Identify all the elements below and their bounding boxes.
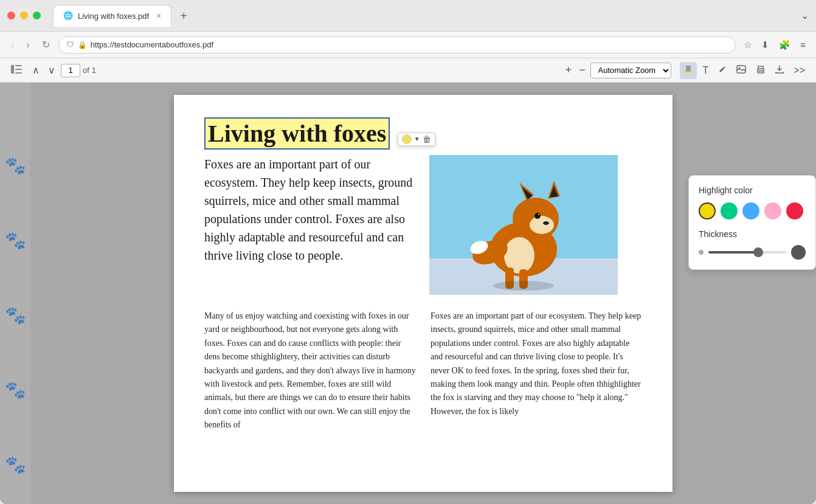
pen-icon — [718, 65, 727, 74]
nav-bar: ‹ › ↻ 🛡 🔒 https://testdocumentaboutfoxes… — [0, 32, 816, 58]
svg-rect-10 — [758, 71, 763, 72]
svg-point-29 — [493, 281, 554, 291]
paw-icon-4: 🐾 — [5, 380, 26, 400]
url-text: https://testdocumentaboutfoxes.pdf — [91, 40, 213, 49]
forward-button[interactable]: › — [22, 37, 33, 53]
page-down-button[interactable]: ∨ — [45, 63, 58, 77]
print-button[interactable] — [752, 63, 769, 78]
more-tools-button[interactable]: >> — [790, 63, 809, 78]
window-controls — [7, 12, 41, 19]
title-bar: 🌐 Living with foxes.pdf × + ⌄ — [0, 0, 816, 32]
zoom-in-button[interactable]: + — [563, 64, 575, 77]
color-red-swatch[interactable] — [786, 202, 803, 219]
active-tab[interactable]: 🌐 Living with foxes.pdf × — [53, 5, 171, 27]
toolbar-right-tools: T — [680, 62, 809, 79]
fox-image — [429, 155, 618, 295]
pdf-viewport[interactable]: Living with foxes ▼ 🗑 Foxes are an impor… — [30, 83, 816, 504]
highlight-panel: Highlight color Thickness — [688, 175, 816, 270]
image-icon — [736, 65, 746, 74]
text-tool-button[interactable]: T — [699, 63, 713, 78]
pdf-toolbar: ∧ ∨ of 1 + − Automatic Zoom 50% 75% 100%… — [0, 58, 816, 83]
sidebar-toggle-icon — [11, 65, 22, 74]
save-icon — [775, 65, 784, 74]
content-area: 🐾 🐾 🐾 🐾 🐾 Living with foxes ▼ 🗑 — [0, 83, 816, 504]
lock-icon: 🔒 — [78, 41, 87, 49]
zoom-select[interactable]: Automatic Zoom 50% 75% 100% 125% 150% — [590, 63, 671, 78]
pocket-button[interactable]: ⬇ — [758, 37, 772, 53]
menu-button[interactable]: ≡ — [797, 37, 809, 52]
svg-rect-1 — [15, 65, 22, 66]
page-of-label: of — [83, 66, 89, 75]
address-bar[interactable]: 🛡 🔒 https://testdocumentaboutfoxes.pdf — [58, 36, 736, 54]
tab-list-button[interactable]: ⌄ — [801, 10, 809, 21]
svg-point-20 — [530, 216, 554, 234]
color-blue-swatch[interactable] — [742, 202, 759, 219]
popup-dropdown-icon[interactable]: ▼ — [414, 136, 420, 142]
svg-rect-5 — [686, 66, 691, 71]
body-col2: Foxes are an important part of our ecosy… — [430, 309, 642, 432]
highlight-popup[interactable]: ▼ 🗑 — [398, 133, 435, 146]
intro-section: Foxes are an important part of our ecosy… — [204, 155, 642, 297]
svg-rect-0 — [11, 65, 14, 74]
maximize-button[interactable] — [33, 12, 41, 19]
pdf-sidebar: 🐾 🐾 🐾 🐾 🐾 — [0, 83, 30, 504]
color-yellow-swatch[interactable] — [699, 202, 716, 219]
paw-icon-3: 🐾 — [5, 305, 26, 325]
nav-right-buttons: ☆ ⬇ 🧩 ≡ — [741, 37, 809, 53]
refresh-button[interactable]: ↻ — [38, 36, 54, 53]
intro-paragraph: Foxes are an important part of our ecosy… — [204, 155, 417, 297]
thickness-thumb[interactable] — [753, 247, 763, 257]
svg-rect-2 — [15, 69, 22, 70]
tab-close-button[interactable]: × — [156, 11, 161, 21]
svg-rect-8 — [758, 69, 764, 73]
bookmark-button[interactable]: ☆ — [741, 37, 755, 53]
zoom-out-button[interactable]: − — [576, 64, 588, 77]
tab-bar: 🌐 Living with foxes.pdf × + ⌄ — [53, 5, 809, 27]
sidebar-toggle-button[interactable] — [7, 63, 26, 78]
thickness-max-icon — [791, 245, 806, 260]
shield-icon: 🛡 — [66, 40, 74, 49]
color-pink-swatch[interactable] — [764, 202, 781, 219]
popup-delete-button[interactable]: 🗑 — [423, 134, 431, 144]
save-button[interactable] — [772, 63, 787, 78]
svg-rect-9 — [758, 70, 763, 71]
zoom-controls: + − Automatic Zoom 50% 75% 100% 125% 150… — [563, 63, 671, 78]
highlight-icon — [683, 64, 693, 74]
draw-tool-button[interactable] — [714, 63, 730, 78]
new-tab-button[interactable]: + — [176, 10, 191, 22]
pdf-page: Living with foxes ▼ 🗑 Foxes are an impor… — [174, 95, 673, 492]
body-col1: Many of us enjoy watching and coexisting… — [204, 309, 416, 432]
thickness-track — [708, 251, 755, 254]
page-total-label: 1 — [92, 66, 96, 75]
highlight-tool-button[interactable] — [680, 62, 697, 79]
pdf-title-section: Living with foxes ▼ 🗑 — [204, 119, 642, 148]
print-icon — [756, 65, 766, 74]
extensions-button[interactable]: 🧩 — [776, 37, 794, 53]
panel-title: Highlight color — [699, 185, 806, 195]
svg-point-24 — [543, 221, 549, 225]
image-tool-button[interactable] — [733, 63, 750, 78]
tab-title-label: Living with foxes.pdf — [78, 12, 149, 21]
page-up-button[interactable]: ∧ — [29, 63, 43, 77]
pdf-title: Living with foxes — [204, 117, 390, 150]
close-button[interactable] — [7, 12, 15, 19]
tab-favicon-icon: 🌐 — [63, 11, 73, 21]
paw-icon-5: 🐾 — [5, 455, 26, 475]
paw-icon-2: 🐾 — [5, 230, 26, 250]
thickness-min-icon — [699, 250, 704, 255]
color-green-swatch[interactable] — [721, 202, 738, 219]
color-swatches — [699, 202, 806, 219]
popup-color-swatch — [402, 134, 412, 144]
body-text-section: Many of us enjoy watching and coexisting… — [204, 309, 642, 432]
thickness-slider[interactable] — [708, 251, 786, 254]
fox-image-container — [429, 155, 642, 297]
back-button[interactable]: ‹ — [7, 37, 18, 53]
minimize-button[interactable] — [20, 12, 28, 19]
svg-point-23 — [538, 214, 539, 215]
thickness-label: Thickness — [699, 229, 806, 239]
svg-rect-3 — [15, 72, 22, 74]
page-navigation: ∧ ∨ of 1 — [29, 63, 96, 77]
paw-icon-1: 🐾 — [5, 156, 26, 176]
page-number-input[interactable] — [61, 64, 80, 77]
thickness-slider-row — [699, 245, 806, 260]
